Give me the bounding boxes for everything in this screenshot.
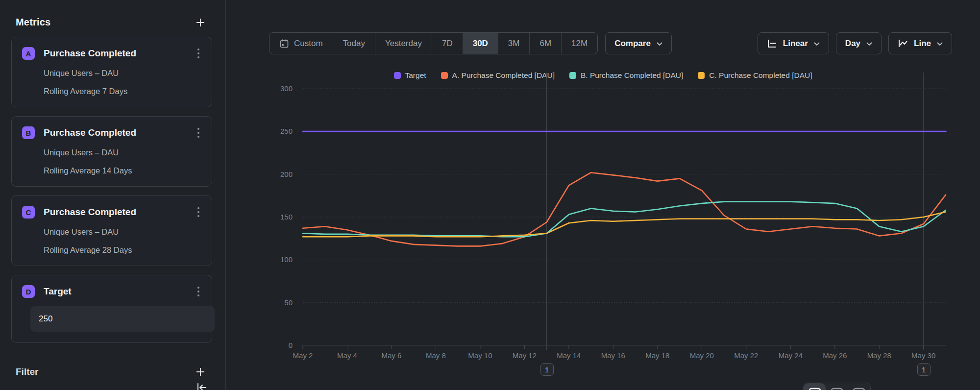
x-axis-tick-label: May 2: [293, 351, 313, 360]
scale-label: Linear: [783, 39, 808, 49]
metric-card[interactable]: APurchase CompletedUnique Users – DAURol…: [11, 37, 212, 107]
x-axis-tick-label: May 28: [867, 351, 891, 360]
metric-badge: A: [22, 47, 35, 60]
granularity-button[interactable]: Day: [836, 32, 882, 54]
plus-icon: [195, 17, 206, 28]
range-6m[interactable]: 6M: [529, 33, 561, 54]
range-custom[interactable]: Custom: [270, 33, 333, 54]
chart-type-label: Line: [914, 39, 931, 49]
line-chart: 050100150200250300May 2May 4May 6May 8Ma…: [238, 64, 980, 390]
range-yesterday[interactable]: Yesterday: [375, 33, 432, 54]
table-view-icon: [853, 388, 865, 390]
range-label: 7D: [442, 39, 453, 49]
sidebar-divider: [0, 375, 225, 375]
metrics-sidebar: Metrics APurchase CompletedUnique Users …: [0, 0, 226, 390]
date-range-selector: CustomTodayYesterday7D30D3M6M12M: [269, 32, 598, 54]
series-line: [303, 212, 946, 237]
chart-type-button[interactable]: Line: [888, 32, 952, 54]
metric-card-header: APurchase Completed: [22, 47, 203, 60]
metric-title: Purchase Completed: [44, 207, 194, 218]
metric-card-header: CPurchase Completed: [22, 206, 203, 219]
annotation-badge[interactable]: 1: [917, 363, 931, 376]
y-axis-tick-label: 250: [280, 127, 293, 135]
target-value-input[interactable]: [30, 306, 215, 332]
target-menu-button[interactable]: [194, 285, 203, 298]
view-line-button[interactable]: [804, 383, 826, 390]
target-card-header: D Target: [22, 285, 203, 298]
target-title: Target: [44, 286, 194, 297]
view-switcher: [803, 383, 871, 390]
sidebar-header: Metrics: [0, 0, 225, 28]
metric-title: Purchase Completed: [44, 127, 194, 138]
calendar-icon: [279, 39, 289, 49]
granularity-label: Day: [845, 39, 860, 49]
metric-title: Purchase Completed: [44, 48, 194, 59]
metric-measurement: Unique Users – DAU: [44, 148, 203, 157]
metrics-dashboard: { "sidebar": { "title": "Metrics", "add_…: [0, 0, 980, 390]
chevron-down-icon: [937, 42, 943, 46]
x-axis-tick-label: May 14: [557, 351, 581, 360]
chevron-down-icon: [866, 42, 872, 46]
range-today[interactable]: Today: [333, 33, 375, 54]
metric-card-header: BPurchase Completed: [22, 126, 203, 139]
line-chart-icon: [898, 39, 908, 49]
metric-menu-button[interactable]: [194, 206, 203, 219]
x-axis-tick-label: May 26: [823, 351, 847, 360]
range-label: 6M: [539, 39, 551, 49]
chart-toolbar: CustomTodayYesterday7D30D3M6M12M Compare…: [226, 32, 980, 54]
kebab-icon: [197, 126, 200, 139]
range-label: Custom: [294, 39, 323, 49]
y-axis-tick-label: 300: [280, 84, 293, 93]
x-axis-tick-label: May 12: [513, 351, 537, 360]
scale-button[interactable]: Linear: [758, 32, 829, 54]
line-view-icon: [808, 388, 821, 390]
add-metric-button[interactable]: [195, 17, 206, 28]
compare-button[interactable]: Compare: [605, 32, 672, 54]
x-axis-tick-label: May 18: [645, 351, 669, 360]
y-axis-tick-label: 150: [280, 213, 293, 221]
toolbar-right-group: Linear Day Line: [758, 32, 952, 54]
range-label: 3M: [508, 39, 520, 49]
metric-rolling-average: Rolling Average 7 Days: [44, 87, 203, 96]
chevron-down-icon: [657, 42, 662, 46]
metric-measurement: Unique Users – DAU: [44, 227, 203, 237]
metric-menu-button[interactable]: [194, 47, 203, 60]
plus-icon: [195, 366, 206, 377]
kebab-icon: [197, 47, 200, 60]
range-3m[interactable]: 3M: [498, 33, 530, 54]
chart-panel: CustomTodayYesterday7D30D3M6M12M Compare…: [226, 0, 980, 390]
metric-measurement: Unique Users – DAU: [44, 69, 203, 78]
x-axis-tick-label: May 22: [734, 351, 758, 360]
linear-scale-icon: [767, 39, 777, 49]
toolbar-left-group: CustomTodayYesterday7D30D3M6M12M Compare: [269, 32, 672, 54]
range-12m[interactable]: 12M: [561, 33, 597, 54]
range-30d[interactable]: 30D: [463, 33, 498, 54]
view-bar-button[interactable]: [826, 383, 848, 390]
x-axis-tick-label: May 4: [337, 351, 357, 360]
add-filter-button[interactable]: [195, 366, 206, 377]
bar-view-icon: [831, 388, 843, 390]
metric-badge: B: [22, 126, 35, 139]
metric-badge: C: [22, 206, 35, 219]
range-label: Today: [343, 39, 365, 49]
x-axis-tick-label: May 8: [426, 351, 446, 360]
annotation-badge[interactable]: 1: [540, 363, 554, 376]
kebab-icon: [197, 285, 200, 298]
metric-rolling-average: Rolling Average 14 Days: [44, 166, 203, 175]
y-axis-tick-label: 100: [280, 255, 293, 264]
collapse-sidebar-button[interactable]: [194, 380, 209, 390]
range-7d[interactable]: 7D: [432, 33, 463, 54]
chart-canvas[interactable]: 050100150200250300May 2May 4May 6May 8Ma…: [238, 64, 980, 390]
view-table-button[interactable]: [848, 383, 870, 390]
metric-card[interactable]: BPurchase CompletedUnique Users – DAURol…: [11, 116, 212, 187]
chevron-down-icon: [814, 42, 820, 46]
range-label: 12M: [571, 39, 588, 49]
x-axis-tick-label: May 16: [601, 351, 625, 360]
filter-section: Filter: [0, 343, 225, 377]
x-axis-tick-label: May 20: [690, 351, 714, 360]
metric-rolling-average: Rolling Average 28 Days: [44, 245, 203, 255]
metric-card[interactable]: CPurchase CompletedUnique Users – DAURol…: [11, 195, 212, 266]
metric-card-list: APurchase CompletedUnique Users – DAURol…: [0, 37, 225, 266]
metric-menu-button[interactable]: [194, 126, 203, 139]
kebab-icon: [197, 206, 200, 219]
